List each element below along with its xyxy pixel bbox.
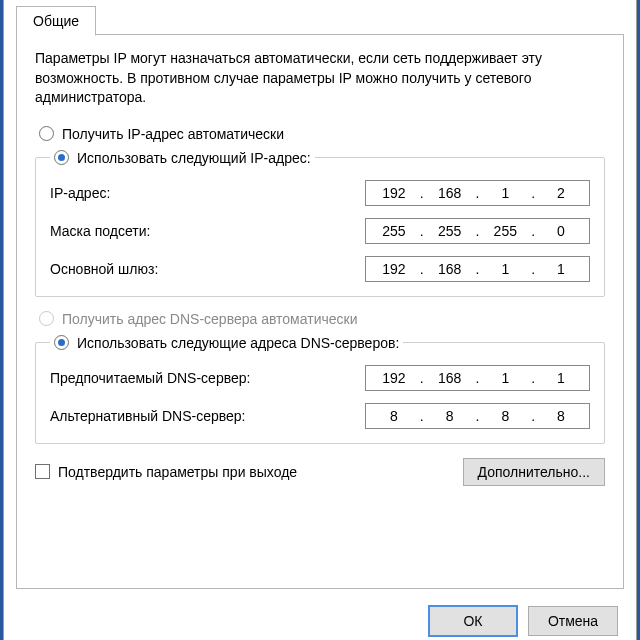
dialog-footer: ОК Отмена <box>16 591 624 640</box>
ip-octet[interactable]: 168 <box>432 261 468 277</box>
input-subnet-mask[interactable]: 255. 255. 255. 0 <box>365 218 590 244</box>
row-dns-alternate: Альтернативный DNS-сервер: 8. 8. 8. 8 <box>50 403 590 429</box>
advanced-button[interactable]: Дополнительно... <box>463 458 605 486</box>
radio-dns-auto <box>39 311 54 326</box>
checkbox-validate-label: Подтвердить параметры при выходе <box>58 464 297 480</box>
ip-octet[interactable]: 2 <box>543 185 579 201</box>
tab-panel-general: Параметры IP могут назначаться автоматич… <box>16 35 624 589</box>
row-dns-preferred: Предпочитаемый DNS-сервер: 192. 168. 1. … <box>50 365 590 391</box>
row-gateway: Основной шлюз: 192. 168. 1. 1 <box>50 256 590 282</box>
ip-octet[interactable]: 8 <box>543 408 579 424</box>
tab-strip: Общие <box>16 5 624 35</box>
radio-ip-manual-label: Использовать следующий IP-адрес: <box>77 150 311 166</box>
radio-row-dns-auto: Получить адрес DNS-сервера автоматически <box>39 311 605 327</box>
ip-octet[interactable]: 192 <box>376 261 412 277</box>
ip-octet[interactable]: 0 <box>543 223 579 239</box>
input-gateway[interactable]: 192. 168. 1. 1 <box>365 256 590 282</box>
ip-octet[interactable]: 1 <box>487 370 523 386</box>
ip-octet[interactable]: 255 <box>487 223 523 239</box>
description-text: Параметры IP могут назначаться автоматич… <box>35 49 605 108</box>
label-ip-address: IP-адрес: <box>50 185 110 201</box>
ip-octet[interactable]: 192 <box>376 185 412 201</box>
radio-row-ip-auto: Получить IP-адрес автоматически <box>39 126 605 142</box>
ip-octet[interactable]: 1 <box>543 261 579 277</box>
checkbox-validate[interactable] <box>35 464 50 479</box>
radio-dns-auto-label: Получить адрес DNS-сервера автоматически <box>62 311 357 327</box>
ip-octet[interactable]: 255 <box>376 223 412 239</box>
ip-octet[interactable]: 255 <box>432 223 468 239</box>
input-dns-alternate[interactable]: 8. 8. 8. 8 <box>365 403 590 429</box>
radio-ip-auto[interactable] <box>39 126 54 141</box>
label-dns-preferred: Предпочитаемый DNS-сервер: <box>50 370 250 386</box>
radio-dns-manual-label: Использовать следующие адреса DNS-сервер… <box>77 335 399 351</box>
input-ip-address[interactable]: 192. 168. 1. 2 <box>365 180 590 206</box>
ip-octet[interactable]: 8 <box>432 408 468 424</box>
radio-ip-manual[interactable] <box>54 150 69 165</box>
row-ip-address: IP-адрес: 192. 168. 1. 2 <box>50 180 590 206</box>
cancel-button[interactable]: Отмена <box>528 606 618 636</box>
row-subnet-mask: Маска подсети: 255. 255. 255. 0 <box>50 218 590 244</box>
radio-dns-manual[interactable] <box>54 335 69 350</box>
bottom-row: Подтвердить параметры при выходе Дополни… <box>35 458 605 486</box>
ip-octet[interactable]: 8 <box>376 408 412 424</box>
ip-octet[interactable]: 192 <box>376 370 412 386</box>
input-dns-preferred[interactable]: 192. 168. 1. 1 <box>365 365 590 391</box>
ip-octet[interactable]: 168 <box>432 185 468 201</box>
group-dns-manual: Использовать следующие адреса DNS-сервер… <box>35 335 605 444</box>
group-ip-manual: Использовать следующий IP-адрес: IP-адре… <box>35 150 605 297</box>
ip-octet[interactable]: 8 <box>487 408 523 424</box>
label-dns-alternate: Альтернативный DNS-сервер: <box>50 408 245 424</box>
ip-octet[interactable]: 168 <box>432 370 468 386</box>
checkbox-row-validate: Подтвердить параметры при выходе <box>35 464 297 480</box>
ip-octet[interactable]: 1 <box>487 185 523 201</box>
radio-ip-auto-label: Получить IP-адрес автоматически <box>62 126 284 142</box>
ip-octet[interactable]: 1 <box>543 370 579 386</box>
label-subnet-mask: Маска подсети: <box>50 223 150 239</box>
ok-button[interactable]: ОК <box>428 605 518 637</box>
tab-general[interactable]: Общие <box>16 6 96 36</box>
dialog-frame: Общие Параметры IP могут назначаться авт… <box>3 0 637 640</box>
ip-octet[interactable]: 1 <box>487 261 523 277</box>
label-gateway: Основной шлюз: <box>50 261 158 277</box>
